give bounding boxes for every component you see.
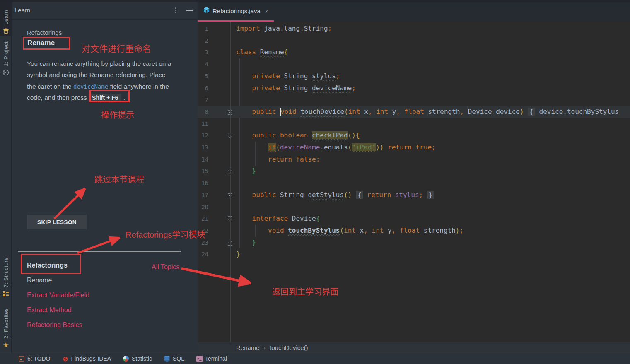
code-token: ;	[328, 24, 332, 32]
code-token: (){	[348, 131, 360, 139]
line-number: 20	[198, 201, 208, 213]
breadcrumb-rename[interactable]: Rename	[236, 344, 260, 351]
code-line-3[interactable]: 3class Rename{	[198, 46, 630, 58]
code-token: int	[372, 227, 384, 234]
code-token: strength	[424, 108, 460, 116]
lesson-paragraph-line: You can rename anything by placing the c…	[27, 58, 186, 69]
code-line-22[interactable]: 22void touchByStylus(int x, int y, float…	[198, 225, 630, 237]
toolwindow-button-statistic[interactable]: Statistic	[123, 355, 152, 362]
code-line-8[interactable]: 8public void touchDevice(int x, int y, f…	[198, 106, 630, 118]
code-token: }	[252, 167, 256, 175]
code-line-1[interactable]: 1import java.lang.String;	[198, 23, 630, 35]
toolwindow-button-label: 6: TODO	[27, 355, 51, 362]
code-token: {	[284, 48, 288, 56]
code-token: getStylus	[308, 191, 344, 199]
tool-window-stripe: Learn1: Project7: Structure2: Favorites★	[0, 0, 12, 353]
tab-close-icon[interactable]: ×	[265, 7, 268, 14]
code-line-14[interactable]: 14return false;	[198, 154, 630, 166]
code-token: (	[276, 143, 280, 151]
skip-lesson-button[interactable]: SKIP LESSON	[27, 215, 87, 229]
pie-chart-icon	[123, 355, 129, 362]
code-token: }	[236, 250, 240, 258]
lesson-list-item-extract-method[interactable]: Extract Method	[27, 306, 72, 314]
code-text: if(deviceName.equals("iPad")) return tru…	[236, 142, 630, 154]
code-token: ,	[460, 108, 468, 116]
code-line-4[interactable]: 4	[198, 58, 630, 70]
code-line-20[interactable]: 20	[198, 201, 630, 213]
code-token: Device device	[468, 108, 520, 116]
code-token: int	[376, 108, 388, 116]
code-line-16[interactable]: 16	[198, 177, 630, 189]
footer-divider	[18, 251, 181, 252]
code-line-12[interactable]: 12public boolean checkIPad(){	[198, 130, 630, 142]
code-token: return true	[388, 143, 432, 151]
lesson-paragraph-line: code, and then press Shift + F6 .	[27, 92, 186, 103]
tab-title: Refactorings.java	[212, 7, 261, 14]
breadcrumb-touchdevice[interactable]: touchDevice()	[270, 344, 308, 351]
stripe-item-1-project[interactable]: 1: Project	[0, 40, 12, 78]
line-number: 2	[198, 35, 208, 47]
lesson-list-item-refactoring-basics[interactable]: Refactoring Basics	[27, 321, 82, 329]
editor-pane: Refactorings.java × 1import java.lang.St…	[198, 0, 630, 353]
toolwindow-button-6-todo[interactable]: 6: TODO	[18, 355, 51, 362]
code-token: stylus	[395, 191, 419, 199]
code-text: public boolean checkIPad(){	[236, 130, 630, 142]
code-line-15[interactable]: 15}	[198, 165, 630, 177]
stripe-item-7-structure[interactable]: 7: Structure	[0, 255, 12, 299]
code-token: touchByStylus	[288, 227, 340, 234]
code-token: }	[427, 191, 434, 199]
structure-icon	[2, 290, 10, 297]
code-editor-area[interactable]: 1import java.lang.String;23class Rename{…	[198, 22, 630, 342]
line-number: 13	[198, 142, 208, 154]
stripe-item-2-favorites[interactable]: 2: Favorites★	[0, 306, 12, 350]
tab-refactorings-java[interactable]: Refactorings.java ×	[198, 0, 274, 22]
code-token: private	[252, 84, 284, 92]
code-text: public void touchDevice(int x, int y, fl…	[236, 106, 630, 118]
tool-window-bar: 6: TODOFindBugs-IDEAStatisticSQL>_Termin…	[0, 353, 630, 364]
code-line-7[interactable]: 7	[198, 94, 630, 106]
code-token: float	[400, 227, 420, 234]
panel-options-kebab-icon[interactable]	[172, 6, 179, 14]
code-line-17[interactable]: 17public String getStylus() { return sty…	[198, 189, 630, 201]
line-number: 22	[198, 225, 208, 237]
code-token: void	[280, 108, 300, 116]
toolwindow-button-sql[interactable]: SQL	[164, 355, 184, 362]
todo-icon	[18, 355, 25, 362]
code-line-2[interactable]: 2	[198, 35, 630, 47]
toolwindow-button-label: FindBugs-IDEA	[71, 355, 111, 362]
lesson-text: the caret on the	[27, 83, 73, 90]
code-line-13[interactable]: 13if(deviceName.equals("iPad")) return t…	[198, 142, 630, 154]
panel-minimize-icon[interactable]	[186, 10, 193, 11]
code-text: class Rename{	[236, 46, 630, 58]
lesson-list-item-extract-variable-field[interactable]: Extract Variable/Field	[27, 292, 89, 299]
java-class-icon	[203, 7, 210, 15]
code-token	[363, 191, 367, 199]
code-line-23[interactable]: 23}	[198, 237, 630, 249]
project-icon	[2, 69, 10, 76]
code-token: Rename	[260, 48, 284, 56]
code-line-11[interactable]: 11	[198, 118, 630, 130]
toolwindow-button-findbugs-idea[interactable]: FindBugs-IDEA	[62, 355, 111, 362]
lesson-list-item-rename[interactable]: Rename	[27, 277, 52, 284]
line-number: 21	[198, 213, 208, 225]
lesson-text: You can rename anything by placing the c…	[27, 60, 171, 67]
line-number: 1	[198, 23, 208, 35]
all-topics-link[interactable]: All Topics	[152, 263, 179, 271]
code-line-5[interactable]: 5private String stylus;	[198, 70, 630, 82]
code-token: ;	[352, 84, 356, 92]
code-line-24[interactable]: 24}	[198, 248, 630, 260]
breadcrumb-separator: ›	[264, 345, 266, 351]
stripe-item-learn[interactable]: Learn	[0, 1, 12, 36]
code-token: x	[360, 108, 368, 116]
code-token: ))	[376, 143, 388, 151]
lesson-module-label: Refactorings	[27, 29, 62, 36]
lesson-list-item-refactorings[interactable]: Refactorings	[27, 262, 68, 269]
toolwindow-button-terminal[interactable]: >_Terminal	[196, 355, 227, 362]
stripe-item-label: 7: Structure	[3, 257, 9, 287]
code-line-6[interactable]: 6private String deviceName;	[198, 82, 630, 94]
code-token: public	[252, 108, 280, 116]
code-text: }	[236, 165, 630, 177]
learn-panel: Learn Refactorings Rename You can rename…	[12, 0, 198, 353]
code-line-21[interactable]: 21interface Device{	[198, 213, 630, 225]
code-token: interface	[252, 215, 292, 222]
